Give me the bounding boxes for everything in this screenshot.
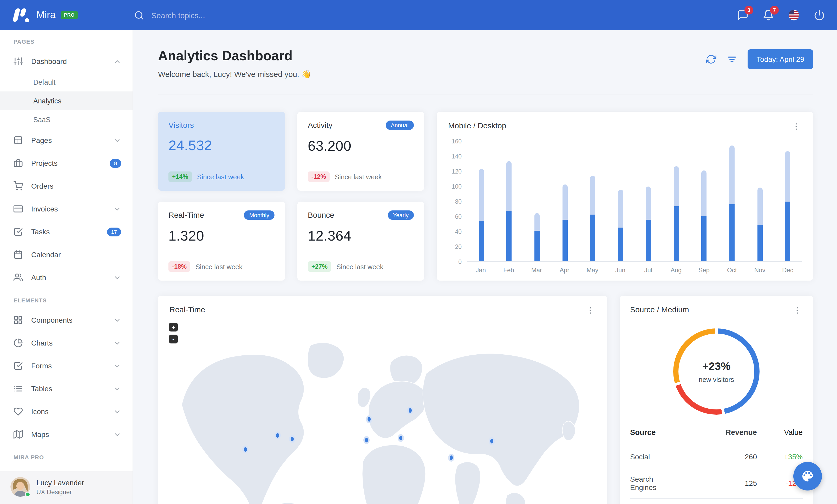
messages-button[interactable]: 3 [737, 10, 749, 21]
stat-period-badge[interactable]: Yearly [388, 210, 414, 220]
brand[interactable]: Mira PRO [0, 7, 121, 23]
brand-name: Mira [36, 10, 56, 21]
y-tick-label: 0 [458, 259, 462, 265]
card-menu-button[interactable] [585, 305, 596, 316]
y-tick-label: 120 [452, 168, 462, 174]
bar-desktop-segment [534, 213, 540, 230]
shopping-cart-icon [14, 181, 23, 191]
users-icon [14, 273, 23, 282]
palette-icon [801, 469, 815, 483]
sidebar-item-projects[interactable]: Projects8 [0, 152, 132, 174]
sidebar-item-tasks[interactable]: Tasks17 [0, 220, 132, 243]
sidebar-user[interactable]: Lucy Lavender UX Designer [0, 471, 132, 504]
sidebar-subitem-saas[interactable]: SaaS [0, 110, 132, 129]
pro-badge: PRO [61, 11, 78, 19]
stat-delta-chip: -12% [308, 171, 330, 182]
x-tick-label: Jan [467, 266, 495, 274]
map-zoom-out-button[interactable]: - [169, 335, 178, 343]
kebab-icon [586, 306, 595, 315]
sidebar-item-tables[interactable]: Tables [0, 377, 132, 400]
sidebar-item-maps[interactable]: Maps [0, 423, 132, 446]
stat-delta-chip: +27% [308, 261, 331, 272]
bar-mobile-segment [674, 206, 679, 261]
table-header-row: Source Revenue Value [630, 428, 803, 446]
app-root: Mira PRO 3 7 [0, 0, 837, 504]
chevron-down-icon [113, 274, 121, 281]
sidebar-subitem-default[interactable]: Default [0, 73, 132, 91]
chevron-down-icon [113, 316, 121, 324]
row-revenue: 125 [679, 479, 757, 487]
kebab-icon [793, 306, 802, 315]
filter-icon [727, 54, 737, 64]
top-navbar: Mira PRO 3 7 [0, 0, 837, 30]
sidebar-item-components[interactable]: Components [0, 309, 132, 332]
stat-delta-chip: +14% [168, 171, 192, 182]
card-menu-button[interactable] [792, 305, 803, 316]
x-tick-label: Dec [774, 266, 802, 274]
bar-mobile-segment [590, 214, 595, 261]
refresh-button[interactable] [706, 54, 716, 64]
stat-card-activity: ActivityAnnual63.200-12%Since last week [297, 112, 424, 191]
source-table: Source Revenue Value Social260+35%Search… [630, 428, 803, 504]
bar-desktop-segment [701, 170, 707, 216]
sidebar-item-orders[interactable]: Orders [0, 174, 132, 198]
sidebar-item-charts[interactable]: Charts [0, 332, 132, 354]
bar-desktop-segment [674, 167, 679, 207]
stat-title: Activity [308, 120, 333, 129]
bar-group-mar [523, 141, 551, 261]
table-row-search-engines: Search Engines125-12% [630, 468, 803, 498]
sidebar-subitem-analytics[interactable]: Analytics [0, 91, 132, 110]
pie-chart-icon [14, 338, 23, 348]
map-zoom-in-button[interactable]: + [169, 323, 178, 332]
sidebar-item-dashboard[interactable]: Dashboard [0, 50, 132, 73]
bar-mobile-segment [785, 202, 790, 261]
search-input[interactable] [150, 10, 317, 20]
bar-plot [467, 141, 802, 262]
heart-icon [14, 407, 23, 416]
sidebar-item-invoices[interactable]: Invoices [0, 198, 132, 220]
bar-group-oct [718, 141, 746, 261]
x-tick-label: Aug [662, 266, 690, 274]
map-marker-6 [407, 407, 413, 415]
date-range-button[interactable]: Today: April 29 [748, 49, 813, 69]
sidebar-item-pages[interactable]: Pages [0, 129, 132, 152]
sidebar-item-forms[interactable]: Forms [0, 354, 132, 377]
sidebar-item-label: Pages [31, 136, 52, 145]
bar-desktop-segment [590, 175, 595, 214]
briefcase-icon [14, 158, 23, 168]
x-tick-label: Jul [634, 266, 662, 274]
notifications-button[interactable]: 7 [763, 10, 774, 21]
row-source: Search Engines [630, 475, 679, 491]
y-tick-label: 60 [455, 213, 462, 220]
filter-button[interactable] [727, 54, 737, 64]
bar-desktop-segment [785, 151, 790, 202]
search-icon [134, 10, 144, 20]
mobile-desktop-card: Mobile / Desktop 160140120100806040200 J… [437, 112, 813, 281]
theme-settings-fab[interactable] [793, 462, 822, 490]
sidebar-item-icons[interactable]: Icons [0, 400, 132, 423]
map-marker-5 [363, 436, 370, 444]
world-map[interactable] [164, 324, 601, 504]
sidebar-item-label: Invoices [31, 205, 58, 213]
stat-caption: Since last week [195, 263, 243, 270]
language-button[interactable] [788, 10, 800, 21]
col-header-value: Value [757, 428, 803, 436]
top-row: Visitors24.532+14%Since last weekActivit… [158, 112, 813, 281]
sidebar-item-auth[interactable]: Auth [0, 266, 132, 289]
sidebar-item-calendar[interactable]: Calendar [0, 243, 132, 266]
stat-period-badge[interactable]: Annual [386, 120, 414, 130]
y-tick-label: 100 [452, 183, 462, 190]
stat-period-badge[interactable]: Monthly [244, 210, 274, 220]
signout-button[interactable] [814, 10, 825, 21]
us-flag-icon [788, 10, 800, 21]
messages-count-badge: 3 [745, 6, 753, 15]
bar-desktop-segment [729, 145, 735, 204]
stat-value: 12.364 [308, 228, 414, 244]
navbar-search [134, 10, 737, 20]
chevron-down-icon [113, 408, 121, 415]
stat-card-visitors: Visitors24.532+14%Since last week [158, 112, 285, 191]
stat-delta-chip: -18% [168, 261, 190, 272]
card-menu-button[interactable] [791, 121, 802, 132]
bar-group-apr [551, 141, 578, 261]
realtime-map-card: Real-Time + - [158, 296, 607, 504]
